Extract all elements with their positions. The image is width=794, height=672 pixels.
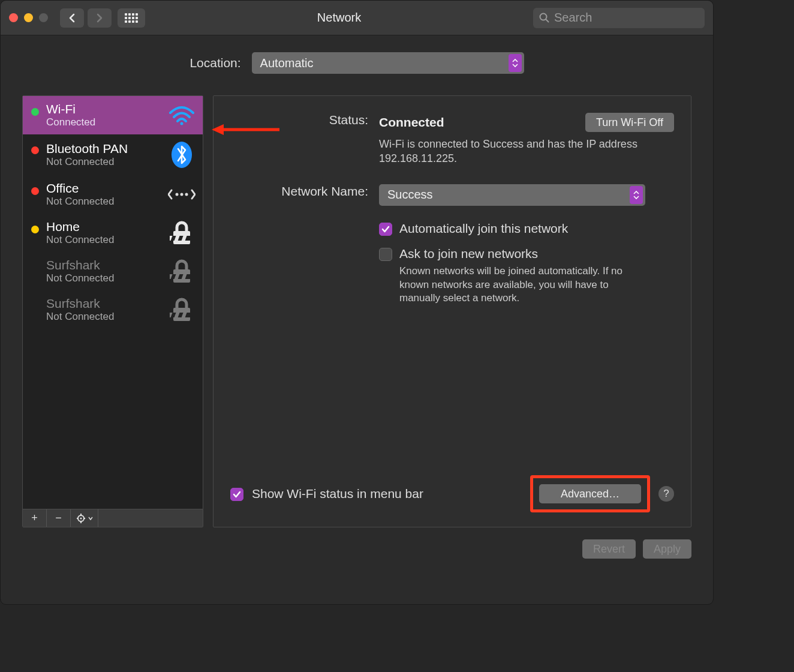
service-item-wifi[interactable]: Wi-Fi Connected — [23, 96, 203, 134]
window-controls — [9, 13, 48, 22]
svg-point-5 — [181, 193, 184, 196]
service-actions-menu[interactable] — [71, 509, 98, 527]
status-description: Wi-Fi is connected to Success and has th… — [379, 137, 643, 166]
auto-join-label: Automatically join this network — [399, 221, 568, 236]
service-status: Not Connected — [46, 234, 161, 246]
service-list: Wi-Fi Connected Bluetooth PAN Not Connec… — [23, 96, 203, 509]
network-name-label: Network Name: — [230, 184, 379, 317]
ask-join-checkbox[interactable] — [379, 248, 392, 261]
ask-join-description: Known networks will be joined automatica… — [399, 265, 651, 306]
auto-join-checkbox[interactable] — [379, 223, 392, 236]
service-name: Bluetooth PAN — [46, 142, 161, 156]
bottom-buttons: Revert Apply — [22, 539, 691, 559]
location-row: Location: Automatic — [22, 52, 691, 74]
help-button[interactable]: ? — [658, 486, 674, 502]
service-name: Home — [46, 220, 161, 234]
status-dot-disconnected-icon — [31, 187, 39, 195]
main-row: Wi-Fi Connected Bluetooth PAN Not Connec… — [22, 95, 691, 527]
wifi-toggle-button[interactable]: Turn Wi-Fi Off — [585, 113, 674, 132]
close-window-button[interactable] — [9, 13, 18, 22]
svg-point-2 — [181, 122, 184, 125]
lock-icon — [168, 220, 196, 245]
service-item-bluetooth[interactable]: Bluetooth PAN Not Connected — [23, 134, 203, 175]
advanced-button[interactable]: Advanced… — [539, 484, 641, 503]
status-dot-disconnected-icon — [31, 146, 39, 154]
show-menubar-checkbox[interactable] — [230, 488, 243, 501]
details-panel: Status: Connected Turn Wi-Fi Off Wi-Fi i… — [213, 95, 691, 527]
status-dot-inactive-icon — [31, 264, 39, 272]
ethernet-dots-icon — [168, 185, 196, 203]
service-name: Wi-Fi — [46, 102, 161, 116]
checkmark-icon — [381, 226, 390, 233]
dropdown-stepper-icon — [509, 54, 522, 72]
svg-line-1 — [546, 19, 549, 22]
service-name: Surfshark — [46, 258, 161, 272]
svg-rect-19 — [170, 313, 173, 317]
network-name-dropdown[interactable]: Success — [379, 184, 645, 206]
chevron-down-icon — [88, 517, 93, 520]
minimize-window-button[interactable] — [24, 13, 33, 22]
network-name-row: Network Name: Success — [230, 184, 674, 317]
service-item-surfshark[interactable]: Surfshark Not Connected — [23, 290, 203, 329]
ask-join-row: Ask to join new networks Known networks … — [379, 247, 674, 306]
show-menubar-label: Show Wi-Fi status in menu bar — [252, 487, 522, 501]
service-item-surfshark[interactable]: Surfshark Not Connected — [23, 252, 203, 290]
ask-join-label: Ask to join new networks — [399, 247, 651, 261]
show-all-button[interactable] — [118, 8, 145, 28]
status-dot-inactive-icon — [31, 302, 39, 310]
revert-button[interactable]: Revert — [582, 539, 636, 559]
apply-button[interactable]: Apply — [643, 539, 691, 559]
network-name-value: Success — [387, 188, 433, 202]
content-area: Location: Automatic Wi-Fi Connected — [1, 35, 713, 573]
advanced-highlight-annotation: Advanced… — [530, 475, 650, 512]
location-value: Automatic — [260, 56, 314, 70]
svg-point-4 — [176, 193, 179, 196]
back-button[interactable] — [60, 8, 84, 28]
service-item-home[interactable]: Home Not Connected — [23, 214, 203, 252]
remove-service-button[interactable]: − — [47, 509, 71, 527]
arrow-annotation-icon — [210, 121, 282, 139]
sidebar-footer: + − — [23, 509, 203, 527]
network-preferences-window: Network Search Location: Automatic — [0, 0, 714, 605]
service-status: Connected — [46, 116, 161, 128]
status-row: Status: Connected Turn Wi-Fi Off Wi-Fi i… — [230, 113, 674, 166]
service-sidebar: Wi-Fi Connected Bluetooth PAN Not Connec… — [22, 95, 203, 527]
search-placeholder: Search — [554, 11, 592, 25]
svg-rect-14 — [170, 274, 173, 279]
service-status: Not Connected — [46, 272, 161, 284]
nav-buttons — [60, 8, 112, 28]
service-status: Not Connected — [46, 156, 161, 168]
forward-button[interactable] — [88, 8, 112, 28]
lock-icon — [168, 297, 196, 322]
svg-marker-29 — [212, 124, 224, 135]
location-label: Location: — [190, 56, 240, 70]
bluetooth-icon — [168, 140, 196, 169]
service-item-office[interactable]: Office Not Connected — [23, 175, 203, 214]
svg-point-6 — [185, 193, 188, 196]
location-dropdown[interactable]: Automatic — [252, 52, 524, 74]
lock-icon — [168, 259, 196, 284]
status-dot-connected-icon — [31, 108, 39, 116]
status-dot-warning-icon — [31, 226, 39, 233]
details-footer: Show Wi-Fi status in menu bar Advanced… … — [230, 475, 674, 512]
svg-point-23 — [80, 517, 82, 519]
checkmark-icon — [233, 491, 241, 498]
search-field[interactable]: Search — [533, 8, 705, 28]
dropdown-stepper-icon — [630, 186, 643, 204]
wifi-icon — [168, 104, 196, 126]
service-name: Surfshark — [46, 296, 161, 311]
add-service-button[interactable]: + — [23, 509, 47, 527]
titlebar: Network Search — [1, 1, 713, 35]
service-status: Not Connected — [46, 196, 161, 208]
zoom-window-button[interactable] — [39, 13, 48, 22]
gear-icon — [76, 513, 87, 524]
auto-join-row: Automatically join this network — [379, 221, 674, 236]
status-value: Connected — [379, 115, 444, 130]
service-name: Office — [46, 181, 161, 196]
search-icon — [539, 13, 549, 23]
svg-rect-9 — [170, 236, 173, 241]
window-title: Network — [151, 11, 527, 25]
service-status: Not Connected — [46, 311, 161, 323]
